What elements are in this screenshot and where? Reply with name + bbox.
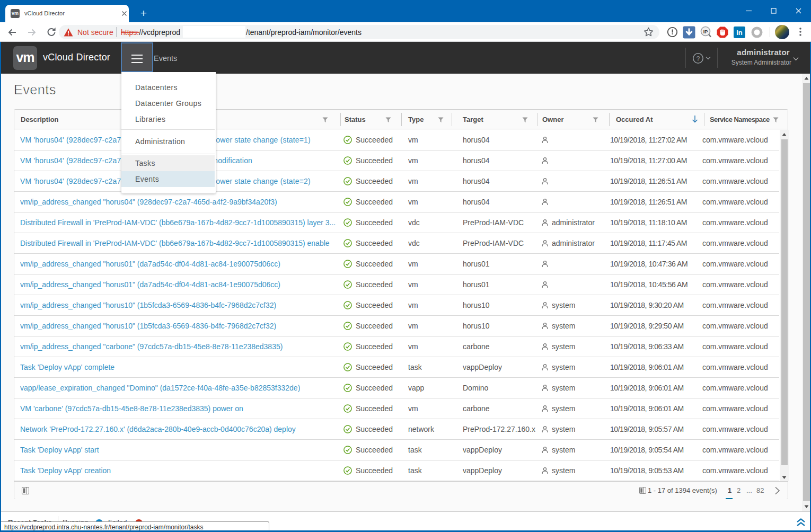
svg-text:IP: IP	[703, 29, 708, 34]
svg-text:in: in	[736, 29, 743, 37]
svg-text:?: ?	[697, 55, 700, 63]
